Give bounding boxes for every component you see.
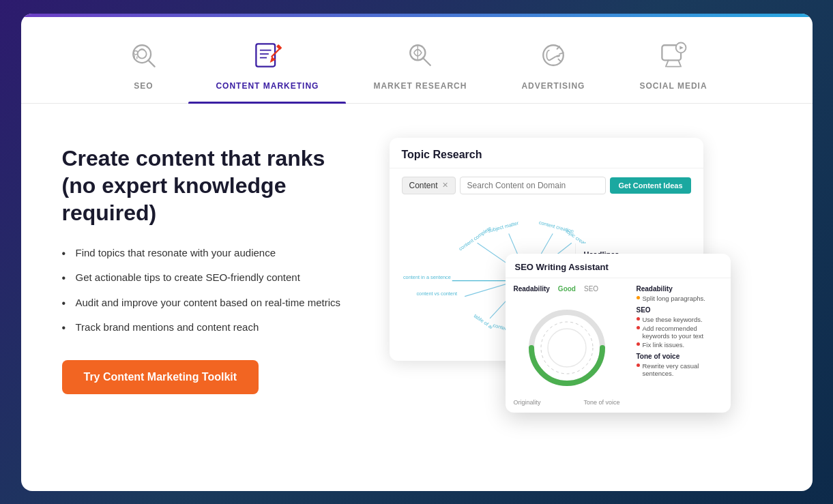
- topic-search-row: Content ✕ Get Content Ideas: [402, 177, 691, 194]
- seo-bullet-dot-2: [637, 326, 640, 329]
- svg-rect-10: [276, 44, 282, 49]
- svg-line-17: [558, 59, 561, 61]
- feature-item-4: Track brand mentions and content reach: [62, 320, 349, 336]
- tag-remove[interactable]: ✕: [442, 181, 448, 190]
- gauge-labels: Originality Tone of voice: [514, 399, 620, 406]
- readability-bullet-dot: [637, 296, 640, 299]
- feature-item-3: Audit and improve your content based on …: [62, 295, 349, 311]
- tab-social-media[interactable]: SOCIAL MEDIA: [612, 31, 734, 103]
- main-card: SEO CONTENT MARKETING: [21, 14, 813, 491]
- seo-recommendations-panel: Readability Split long paragraphs. SEO U…: [628, 278, 731, 413]
- social-media-icon: [656, 38, 691, 73]
- svg-text:subject matter: subject matter: [487, 220, 520, 234]
- tab-navigation: SEO CONTENT MARKETING: [21, 17, 813, 104]
- seo-bullet-1: Use these keywords.: [637, 316, 722, 323]
- feature-item-1: Find topics that resonate with your audi…: [62, 246, 349, 261]
- seo-bullet-3: Fix link issues.: [637, 341, 722, 349]
- content-area: Create content that ranks (no expert kno…: [21, 104, 813, 424]
- topic-research-title: Topic Research: [390, 138, 703, 168]
- readability-section-title: Readability: [637, 285, 722, 293]
- seo-icon: [126, 38, 161, 73]
- seo-gauge-panel: Readability Good SEO: [506, 278, 628, 413]
- feature-list: Find topics that resonate with your audi…: [62, 246, 349, 336]
- seo-score-tabs: Readability Good SEO: [514, 285, 620, 293]
- tab-content-marketing-label: CONTENT MARKETING: [216, 81, 319, 91]
- svg-point-3: [134, 50, 138, 55]
- seo-section-title-label: SEO: [637, 306, 722, 314]
- content-tag[interactable]: Content ✕: [402, 177, 456, 194]
- svg-point-40: [541, 322, 593, 374]
- market-research-icon: [403, 38, 438, 73]
- svg-line-2: [149, 60, 155, 66]
- seo-assistant-title: SEO Writing Assistant: [506, 254, 731, 278]
- tab-market-research[interactable]: MARKET RESEARCH: [346, 31, 494, 103]
- tone-section-title: Tone of voice: [637, 353, 722, 360]
- svg-point-41: [548, 329, 586, 367]
- seo-gauge: [514, 298, 620, 398]
- readability-bullet-1: Split long paragraphs.: [637, 295, 722, 302]
- tone-bullet-dot: [637, 364, 640, 367]
- svg-line-12: [423, 57, 430, 65]
- seo-bullet-2: Add recommended keywords to your text: [637, 325, 722, 340]
- svg-text:content in a sentence: content in a sentence: [403, 273, 450, 280]
- svg-text:content vs content: content vs content: [416, 290, 457, 296]
- svg-point-1: [138, 49, 147, 58]
- seo-bullet-dot-1: [637, 317, 640, 321]
- cta-button[interactable]: Try Content Marketing Toolkit: [62, 360, 259, 394]
- tab-advertising-label: ADVERTISING: [521, 81, 585, 91]
- seo-bullet-dot-3: [637, 342, 640, 346]
- tone-bullet-1: Rewrite very casual sentences.: [637, 362, 722, 377]
- feature-item-2: Get actionable tips to create SEO-friend…: [62, 270, 349, 286]
- tab-seo-label: SEO: [134, 81, 153, 91]
- tab-social-media-label: SOCIAL MEDIA: [639, 81, 707, 91]
- tab-content-marketing[interactable]: CONTENT MARKETING: [188, 31, 346, 103]
- advertising-icon: [536, 38, 571, 73]
- seo-assistant-body: Readability Good SEO: [506, 278, 731, 413]
- left-panel: Create content that ranks (no expert kno…: [62, 138, 349, 394]
- seo-tab-good[interactable]: Good: [558, 285, 576, 293]
- tab-seo[interactable]: SEO: [98, 31, 188, 103]
- seo-writing-assistant-card: SEO Writing Assistant Readability Good S…: [506, 254, 731, 413]
- domain-search-input[interactable]: [460, 177, 607, 194]
- content-marketing-icon: [250, 38, 285, 73]
- hero-heading: Create content that ranks (no expert kno…: [62, 145, 349, 226]
- right-panel: Topic Research Content ✕ Get Content Ide…: [390, 138, 772, 397]
- seo-tab-seo[interactable]: SEO: [584, 285, 598, 293]
- get-ideas-button[interactable]: Get Content Ideas: [610, 177, 690, 194]
- tab-advertising[interactable]: ADVERTISING: [494, 31, 612, 103]
- seo-tab-readability[interactable]: Readability: [514, 285, 550, 293]
- tab-market-research-label: MARKET RESEARCH: [373, 81, 467, 91]
- svg-text:table of ai: table of ai: [472, 312, 494, 330]
